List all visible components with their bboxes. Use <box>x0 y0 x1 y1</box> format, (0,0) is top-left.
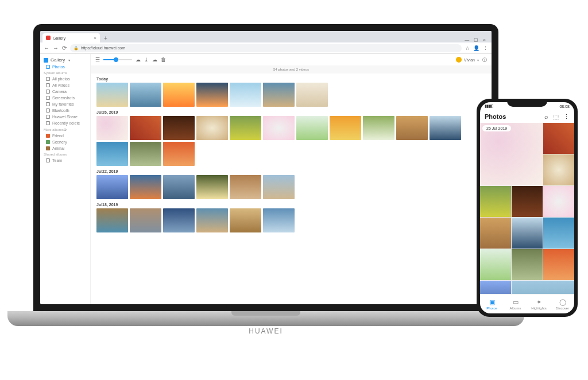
reload-icon[interactable]: ⟳ <box>62 45 67 51</box>
photo-thumb[interactable] <box>196 83 228 107</box>
sidebar-item-favorites[interactable]: My favorites <box>40 101 90 107</box>
photo-thumb[interactable] <box>543 186 574 217</box>
sidebar-item-friend[interactable]: Friend <box>40 133 90 139</box>
view-toggle-icon[interactable]: ☰ <box>95 57 100 63</box>
close-window-icon[interactable]: × <box>483 37 486 42</box>
sidebar-item-team[interactable]: Team <box>40 157 90 164</box>
add-album-icon[interactable]: ⊕ <box>64 128 67 131</box>
photo-thumb[interactable] <box>96 175 128 199</box>
photo-thumb[interactable] <box>363 116 394 140</box>
photo-thumb[interactable] <box>130 142 161 166</box>
photo-thumb[interactable] <box>543 154 574 185</box>
phone-photo-grid[interactable]: 26 Jul 2019 <box>480 123 574 294</box>
profile-icon[interactable]: 👤 <box>473 45 479 51</box>
new-tab-button[interactable]: + <box>101 33 110 42</box>
photo-thumb[interactable] <box>543 218 574 249</box>
photo-thumb[interactable] <box>480 281 511 294</box>
zoom-slider[interactable] <box>103 59 132 60</box>
photo-thumb[interactable] <box>512 249 543 280</box>
photo-thumb[interactable] <box>396 116 428 140</box>
sidebar-item-all-photos[interactable]: All photos <box>40 76 90 82</box>
info-bar: 54 photos and 2 videos <box>91 65 492 73</box>
photo-thumb[interactable] <box>130 116 161 140</box>
tab-favicon-icon <box>46 36 51 40</box>
photo-thumb[interactable] <box>512 281 574 294</box>
help-icon[interactable]: ⓘ <box>482 57 487 63</box>
laptop-brand-label: HUAWEI <box>249 327 283 335</box>
photo-thumb[interactable] <box>230 208 261 232</box>
photo-thumb[interactable] <box>130 83 161 107</box>
sidebar-title[interactable]: Gallery ▾ <box>40 56 90 64</box>
photo-thumb[interactable] <box>263 175 295 199</box>
photo-thumb[interactable] <box>163 208 195 232</box>
photo-thumb[interactable] <box>263 208 295 232</box>
album-icon <box>46 140 50 144</box>
download-icon[interactable]: ⤓ <box>144 57 149 63</box>
photo-thumb[interactable] <box>263 83 295 107</box>
laptop-screen-bezel: Gallery × + — ▢ × ← → ⟳ 🔒 https://cloud.… <box>33 24 498 311</box>
photo-grid[interactable]: Today Jul26, 2019 <box>91 73 492 304</box>
photo-thumb[interactable] <box>130 208 161 232</box>
photo-thumb[interactable] <box>512 218 543 249</box>
photo-thumb[interactable] <box>296 83 328 107</box>
phone-bottom-nav: ▣ Photos ▭ Albums ✦ Highlights ◯ Discove… <box>480 294 574 313</box>
user-menu[interactable]: Vivian ▾ <box>456 57 479 63</box>
phone-nav-discover[interactable]: ◯ Discover <box>551 294 574 313</box>
phone-nav-photos[interactable]: ▣ Photos <box>480 294 504 313</box>
photo-thumb[interactable] <box>230 83 261 107</box>
sidebar-item-huawei-share[interactable]: Huawei Share <box>40 114 90 120</box>
photo-thumb[interactable] <box>296 116 328 140</box>
minimize-icon[interactable]: — <box>465 37 469 42</box>
photo-thumb[interactable] <box>196 208 228 232</box>
photo-thumb[interactable] <box>96 83 128 107</box>
star-icon[interactable]: ☆ <box>465 45 470 51</box>
sidebar-item-all-videos[interactable]: All videos <box>40 82 90 88</box>
more-icon[interactable]: ⋮ <box>563 113 570 121</box>
photo-thumb[interactable] <box>130 175 161 199</box>
photo-thumb[interactable] <box>163 175 195 199</box>
phone-screen: ▮▮▮◧ 08:08 Photos ⌕ ⬚ ⋮ 26 Jul 2019 <box>480 102 574 313</box>
phone-header: Photos ⌕ ⬚ ⋮ <box>480 110 574 123</box>
sidebar-item-photos[interactable]: Photos <box>40 64 90 70</box>
url-input[interactable]: 🔒 https://cloud.huawei.com <box>70 44 462 52</box>
photo-thumb[interactable] <box>196 116 228 140</box>
sidebar-item-recently-delete[interactable]: Recently delete <box>40 120 90 126</box>
photo-thumb[interactable] <box>96 208 128 232</box>
photo-thumb[interactable] <box>543 249 574 280</box>
photo-thumb[interactable] <box>163 83 195 107</box>
photo-thumb[interactable] <box>163 116 195 140</box>
photo-thumb[interactable] <box>163 142 195 166</box>
photo-thumb[interactable] <box>480 186 511 217</box>
photo-thumb[interactable] <box>230 175 261 199</box>
maximize-icon[interactable]: ▢ <box>474 37 478 42</box>
sidebar-item-animal[interactable]: Animal <box>40 145 90 152</box>
photo-thumb[interactable] <box>543 123 574 154</box>
delete-icon[interactable]: 🗑 <box>161 57 166 63</box>
photo-thumb[interactable] <box>230 116 261 140</box>
forward-icon[interactable]: → <box>53 45 59 51</box>
sidebar-item-scenery[interactable]: Scenery <box>40 139 90 145</box>
search-icon[interactable]: ⌕ <box>544 113 548 120</box>
phone-nav-highlights[interactable]: ✦ Highlights <box>527 294 551 313</box>
sidebar-item-camera[interactable]: Camera <box>40 88 90 95</box>
upload-cloud-icon[interactable]: ☁ <box>136 57 141 63</box>
close-icon[interactable]: × <box>94 36 96 41</box>
sidebar-item-screenshots[interactable]: Screenshots <box>40 95 90 101</box>
photo-thumb[interactable] <box>430 116 461 140</box>
photo-thumb[interactable] <box>196 175 228 199</box>
photo-thumb[interactable] <box>480 249 511 280</box>
phone-nav-albums[interactable]: ▭ Albums <box>504 294 527 313</box>
photo-thumb[interactable] <box>263 116 295 140</box>
photo-thumb[interactable] <box>480 218 511 249</box>
cloud-sync-icon[interactable]: ☁ <box>152 57 157 63</box>
menu-icon[interactable]: ⋮ <box>483 45 488 51</box>
photo-thumb[interactable] <box>96 142 128 166</box>
back-icon[interactable]: ← <box>44 45 49 51</box>
browser-tab[interactable]: Gallery × <box>42 33 100 42</box>
photo-thumb[interactable] <box>330 116 361 140</box>
photo-thumb[interactable] <box>96 116 128 140</box>
map-icon[interactable]: ⬚ <box>553 113 559 121</box>
photo-thumb[interactable] <box>512 186 543 217</box>
sidebar-item-bluetooth[interactable]: Bluetooth <box>40 107 90 114</box>
photo-thumb[interactable] <box>480 123 543 185</box>
